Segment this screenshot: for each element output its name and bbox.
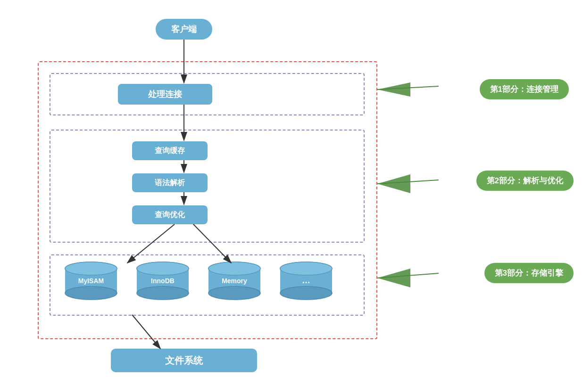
client-label: 客户端	[171, 24, 197, 35]
svg-line-34	[377, 273, 439, 278]
svg-point-3	[65, 262, 117, 275]
label3-text: 第3部分：存储引擎	[495, 269, 563, 278]
svg-point-17	[280, 286, 332, 300]
svg-text:…: …	[302, 276, 310, 285]
filesystem-label: 文件系统	[165, 354, 203, 367]
svg-line-32	[377, 180, 439, 184]
query-cache-label: 查询缓存	[155, 146, 185, 156]
label2-text: 第2部分：解析与优化	[487, 176, 563, 185]
query-cache-node: 查询缓存	[132, 141, 208, 160]
svg-point-13	[208, 262, 260, 275]
svg-point-12	[208, 286, 260, 300]
label1-box: 第1部分：连接管理	[480, 79, 569, 99]
svg-point-8	[137, 262, 189, 275]
label3-box: 第3部分：存储引擎	[484, 263, 574, 283]
svg-line-30	[377, 86, 439, 90]
svg-point-18	[280, 262, 332, 275]
svg-marker-31	[377, 174, 410, 193]
syntax-parse-label: 语法解析	[155, 178, 185, 188]
client-node: 客户端	[156, 19, 212, 40]
process-conn-label: 处理连接	[148, 89, 182, 100]
process-conn-node: 处理连接	[118, 84, 212, 105]
query-opt-label: 查询优化	[155, 210, 185, 220]
syntax-parse-node: 语法解析	[132, 173, 208, 192]
svg-point-2	[65, 286, 117, 300]
svg-text:MyISAM: MyISAM	[78, 277, 104, 285]
svg-marker-33	[377, 269, 410, 287]
svg-point-7	[137, 286, 189, 300]
query-opt-node: 查询优化	[132, 205, 208, 224]
svg-text:InnoDB: InnoDB	[151, 277, 175, 285]
label2-box: 第2部分：解析与优化	[476, 171, 574, 191]
svg-text:Memory: Memory	[222, 277, 247, 285]
label1-text: 第1部分：连接管理	[490, 85, 558, 94]
filesystem-node: 文件系统	[111, 349, 257, 372]
svg-marker-29	[377, 82, 410, 97]
diagram: 客户端 处理连接 查询缓存 语法解析 查询优化 MyISAM InnoDB	[0, 0, 583, 392]
engines-svg: MyISAM InnoDB Memory …	[54, 258, 366, 315]
